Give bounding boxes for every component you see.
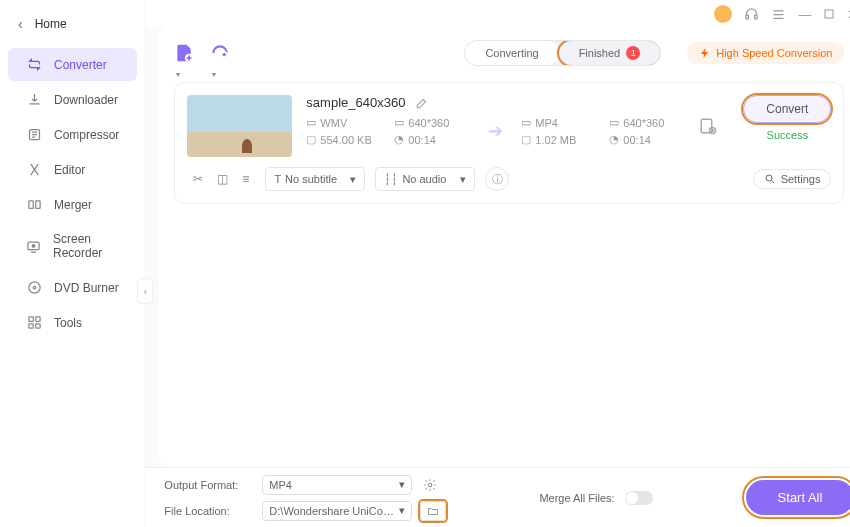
home-button[interactable]: ‹ Home (0, 8, 145, 40)
minimize-icon[interactable]: — (798, 7, 811, 22)
merger-icon (26, 197, 42, 212)
trim-icon[interactable]: ✂ (193, 172, 203, 186)
chevron-down-icon: ▾ (399, 478, 405, 491)
rename-icon[interactable] (415, 96, 429, 110)
add-file-button[interactable]: ▾ (174, 43, 194, 63)
svg-rect-12 (755, 15, 758, 19)
avatar-icon[interactable] (714, 5, 732, 23)
file-location-label: File Location: (164, 505, 254, 517)
chevron-down-icon: ▾ (460, 173, 466, 186)
svg-rect-2 (35, 201, 39, 209)
resolution-icon: ▭ (394, 116, 404, 129)
sidebar-item-compressor[interactable]: Compressor (8, 118, 137, 151)
sidebar-item-downloader[interactable]: Downloader (8, 83, 137, 116)
svg-rect-11 (746, 15, 749, 19)
tab-label: Finished (579, 47, 621, 59)
app-window: ‹ Home Converter Downloader Compressor (0, 0, 850, 527)
sidebar-item-screen-recorder[interactable]: Screen Recorder (8, 223, 137, 269)
converter-icon (26, 57, 42, 72)
sidebar-collapse-button[interactable]: ‹ (137, 278, 153, 304)
sidebar-item-label: Screen Recorder (53, 232, 119, 260)
subtitle-dropdown[interactable]: TNo subtitle ▾ (265, 167, 365, 191)
sidebar-item-label: Downloader (54, 93, 118, 107)
lightning-icon (699, 47, 711, 59)
video-icon: ▭ (306, 116, 316, 129)
video-thumbnail[interactable] (187, 95, 292, 157)
crop-icon[interactable]: ◫ (217, 172, 228, 186)
sidebar-item-dvd-burner[interactable]: DVD Burner (8, 271, 137, 304)
effect-icon[interactable]: ≡ (242, 172, 249, 186)
dst-size: ▢1.02 MB (521, 133, 597, 146)
merge-label: Merge All Files: (539, 492, 614, 504)
output-settings-icon[interactable] (699, 117, 717, 135)
sidebar-item-converter[interactable]: Converter (8, 48, 137, 81)
audio-icon: ┆┆ (384, 173, 398, 186)
format-gear-icon[interactable] (420, 475, 440, 495)
editor-icon (26, 162, 42, 177)
headset-icon[interactable] (744, 7, 759, 22)
open-folder-button[interactable] (420, 501, 446, 521)
tab-label: Converting (485, 47, 538, 59)
sidebar-item-label: DVD Burner (54, 281, 119, 295)
sidebar-item-merger[interactable]: Merger (8, 188, 137, 221)
arrow-right-icon: ➔ (482, 120, 509, 142)
main-panel: — ✕ ▾ ▾ C (146, 0, 850, 527)
folder-icon: ▢ (521, 133, 531, 146)
subtitle-icon: T (274, 173, 281, 185)
merge-toggle[interactable] (625, 491, 653, 505)
svg-rect-1 (28, 201, 32, 209)
hs-label: High Speed Conversion (716, 47, 832, 59)
svg-rect-9 (28, 324, 32, 328)
svg-rect-7 (28, 317, 32, 321)
sidebar: ‹ Home Converter Downloader Compressor (0, 0, 146, 527)
maximize-icon[interactable] (823, 8, 835, 20)
sidebar-item-label: Compressor (54, 128, 119, 142)
resolution-icon: ▭ (609, 116, 619, 129)
chevron-down-icon: ▾ (350, 173, 356, 186)
src-size: ▢554.00 KB (306, 133, 382, 146)
sidebar-item-tools[interactable]: Tools (8, 306, 137, 339)
svg-point-19 (429, 483, 433, 487)
src-format: ▭WMV (306, 116, 382, 129)
settings-button[interactable]: Settings (753, 169, 832, 189)
src-resolution: ▭640*360 (394, 116, 470, 129)
file-title: sample_640x360 (306, 95, 405, 110)
sidebar-item-label: Merger (54, 198, 92, 212)
dst-duration: ◔00:14 (609, 133, 685, 146)
add-url-button[interactable]: ▾ (210, 43, 230, 63)
screen-recorder-icon (26, 239, 41, 254)
clock-icon: ◔ (394, 133, 404, 146)
titlebar: — ✕ (146, 0, 850, 28)
video-icon: ▭ (521, 116, 531, 129)
chevron-down-icon: ▾ (399, 504, 405, 517)
edit-toolstrip: ✂ ◫ ≡ (187, 172, 255, 186)
search-icon (764, 173, 776, 185)
audio-dropdown[interactable]: ┆┆No audio ▾ (375, 167, 475, 191)
tab-finished[interactable]: Finished 1 (559, 41, 661, 65)
file-location-select[interactable]: D:\Wondershare UniConverter 1 ▾ (262, 501, 412, 521)
output-format-label: Output Format: (164, 479, 254, 491)
svg-rect-10 (35, 324, 39, 328)
chevron-down-icon: ▾ (176, 70, 180, 79)
info-icon[interactable]: ⓘ (485, 167, 509, 191)
sidebar-item-editor[interactable]: Editor (8, 153, 137, 186)
finished-count-badge: 1 (626, 46, 640, 60)
menu-icon[interactable] (771, 7, 786, 22)
conversion-item: sample_640x360 ▭WMV ▢554.00 KB ▭64 (174, 82, 844, 204)
svg-rect-8 (35, 317, 39, 321)
src-duration: ◔00:14 (394, 133, 470, 146)
start-all-button[interactable]: Start All (746, 480, 850, 515)
dst-format: ▭MP4 (521, 116, 597, 129)
sidebar-item-label: Tools (54, 316, 82, 330)
output-format-select[interactable]: MP4 ▾ (262, 475, 412, 495)
tab-converting[interactable]: Converting (465, 41, 558, 65)
compressor-icon (26, 127, 42, 142)
svg-point-6 (33, 286, 36, 289)
svg-point-5 (28, 282, 39, 293)
dst-resolution: ▭640*360 (609, 116, 685, 129)
sidebar-item-label: Editor (54, 163, 85, 177)
footer-bar: Output Format: MP4 ▾ File Location: D:\W… (146, 467, 850, 527)
convert-button[interactable]: Convert (743, 95, 831, 123)
high-speed-conversion-button[interactable]: High Speed Conversion (687, 42, 844, 64)
tools-icon (26, 315, 42, 330)
